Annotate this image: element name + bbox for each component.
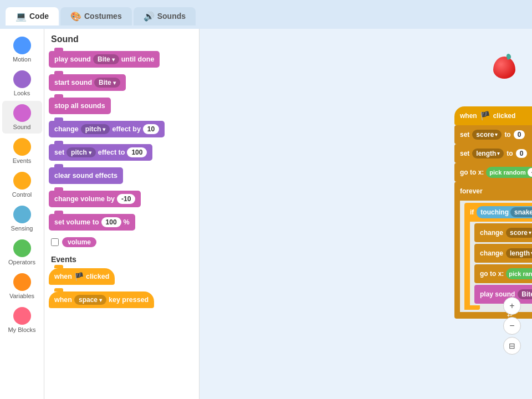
apple-sprite [493, 57, 515, 79]
pitch-value[interactable]: 10 [143, 124, 159, 134]
looks-label: Looks [14, 90, 30, 96]
volume-pill: volume [62, 237, 96, 247]
forever-body: if touching snake ? then change [454, 201, 532, 312]
change-pitch-block-row: change pitch effect by 10 [49, 121, 195, 141]
main-layout: Motion Looks Sound Events Control Sensin… [0, 29, 532, 399]
volume-checkbox[interactable] [51, 238, 59, 246]
if-block: if touching snake ? then change [464, 203, 532, 310]
zoom-in-button[interactable]: + [503, 297, 521, 315]
pick-random-x1: pick random -206 to 237 [486, 167, 532, 178]
if-bottom [464, 305, 480, 310]
zoom-out-button[interactable]: − [503, 317, 521, 335]
change-score-block[interactable]: change score by 1 [474, 223, 532, 242]
block-panel: Sound play sound Bite until done start s… [44, 29, 200, 399]
score-input[interactable]: 0 [514, 130, 525, 139]
set-score-block[interactable]: set score to 0 [454, 125, 532, 144]
sidebar-item-sensing[interactable]: Sensing [2, 202, 42, 235]
sound-dropdown[interactable]: Bite [93, 54, 119, 64]
key-dropdown[interactable]: space [74, 295, 106, 305]
zoom-controls: + − ⊟ [503, 297, 521, 355]
control-dot [13, 172, 31, 190]
sensing-dot [13, 206, 31, 223]
when-flag-block-row: when 🏴 clicked [49, 268, 195, 288]
sound-dot [13, 104, 31, 122]
sidebar-item-operators[interactable]: Operators [2, 236, 42, 269]
volume-value[interactable]: -10 [117, 194, 135, 204]
goto-block-1[interactable]: go to x: pick random -206 to 237 y: pick… [454, 163, 532, 182]
sounds-icon: 🔊 [144, 11, 155, 22]
set-pitch-block-row: set pitch effect to 100 [49, 144, 195, 164]
change-volume-block[interactable]: change volume by -10 [49, 191, 141, 207]
play-sound-block-row: play sound Bite until done [49, 51, 195, 71]
set-pitch-value[interactable]: 100 [127, 147, 147, 157]
variables-label: Variables [9, 293, 34, 299]
zoom-fit-button[interactable]: ⊟ [503, 337, 521, 355]
sidebar-item-events[interactable]: Events [2, 135, 42, 167]
change-volume-block-row: change volume by -10 [49, 191, 195, 211]
set-volume-value[interactable]: 100 [101, 217, 121, 227]
change-length-block[interactable]: change length by 0.1 [474, 244, 532, 263]
motion-label: Motion [13, 56, 31, 63]
sidebar-item-motion[interactable]: Motion [2, 33, 42, 66]
motion-dot [13, 37, 31, 54]
sidebar-item-sound[interactable]: Sound [2, 101, 42, 134]
start-sound-block[interactable]: start sound Bite [49, 74, 126, 91]
snake-dropdown[interactable]: snake [510, 207, 532, 217]
apple-leaf [506, 53, 512, 60]
code-icon: 💻 [16, 11, 27, 22]
set-volume-block[interactable]: set volume to 100 % [49, 214, 135, 231]
sound-section-title: Sound [49, 34, 195, 44]
change-pitch-block[interactable]: change pitch effect by 10 [49, 121, 165, 137]
tab-costumes[interactable]: 🎨 Costumes [60, 7, 132, 25]
goto-block-2[interactable]: go to x: pick random -206 to 237 y: pick… [474, 264, 532, 283]
set-length-block[interactable]: set length to 0 [454, 144, 532, 163]
tab-sounds[interactable]: 🔊 Sounds [134, 7, 196, 25]
control-label: Control [12, 191, 32, 198]
sidebar-item-variables[interactable]: Variables [2, 270, 42, 303]
if-body: change score by 1 change length by 0.1 [464, 222, 532, 305]
stop-all-sounds-block[interactable]: stop all sounds [49, 98, 111, 114]
scratch-stack: when 🏴 clicked set score to 0 set length… [454, 106, 532, 319]
when-key-block-row: when space key pressed [49, 291, 195, 311]
forever-top[interactable]: forever [454, 182, 532, 201]
stop-all-sounds-block-row: stop all sounds [49, 98, 195, 117]
looks-dot [13, 70, 31, 88]
clear-sound-effects-block[interactable]: clear sound effects [49, 167, 123, 184]
change-length-dropdown[interactable]: length [506, 248, 532, 258]
clear-effects-block-row: clear sound effects [49, 167, 195, 187]
myblocks-dot [13, 307, 31, 325]
myblocks-label: My Blocks [8, 326, 35, 333]
pitch-dropdown[interactable]: pitch [81, 124, 110, 134]
when-key-block[interactable]: when space key pressed [49, 291, 154, 308]
change-score-dropdown[interactable]: score [506, 228, 532, 238]
when-flag-block[interactable]: when 🏴 clicked [49, 268, 115, 285]
script-area[interactable]: when 🏴 clicked set score to 0 set length… [200, 29, 532, 399]
costumes-icon: 🎨 [70, 11, 81, 22]
when-flag-clicked-block[interactable]: when 🏴 clicked [454, 106, 532, 125]
start-sound-dropdown[interactable]: Bite [94, 78, 120, 88]
sound-label: Sound [13, 124, 31, 130]
set-pitch-block[interactable]: set pitch effect to 100 [49, 144, 152, 161]
tab-code[interactable]: 💻 Code [6, 7, 59, 25]
events-label: Events [13, 157, 32, 164]
play-sound-block[interactable]: play sound Bite until done [49, 51, 160, 68]
if-top[interactable]: if touching snake ? then [464, 203, 532, 222]
set-volume-block-row: set volume to 100 % [49, 214, 195, 234]
flag-icon: 🏴 [74, 272, 84, 281]
set-pitch-dropdown[interactable]: pitch [66, 147, 96, 157]
length-dropdown[interactable]: length [472, 149, 504, 158]
score-dropdown[interactable]: score [472, 130, 502, 140]
length-input[interactable]: 0 [516, 149, 528, 158]
sidebar-item-myblocks[interactable]: My Blocks [2, 304, 42, 336]
sidebar: Motion Looks Sound Events Control Sensin… [0, 29, 44, 399]
sidebar-item-looks[interactable]: Looks [2, 67, 42, 100]
events-section-title: Events [51, 255, 195, 264]
volume-checkbox-row: volume [49, 237, 195, 247]
touching-condition: touching snake ? [477, 206, 532, 218]
pick-random-x2: pick random -206 to 237 [506, 268, 532, 279]
sidebar-item-control[interactable]: Control [2, 168, 42, 201]
variables-dot [13, 273, 31, 291]
sensing-label: Sensing [11, 225, 33, 232]
events-dot [13, 138, 31, 156]
operators-dot [13, 239, 31, 257]
